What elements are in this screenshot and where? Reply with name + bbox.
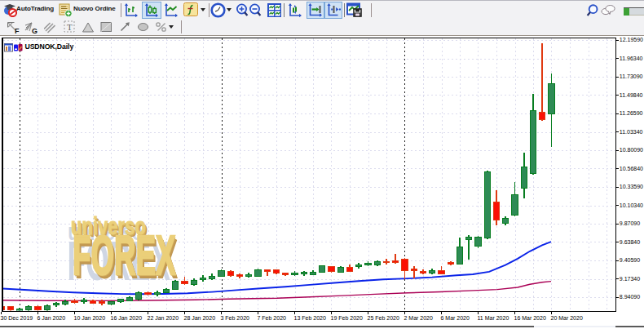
svg-text:T: T [67,22,73,32]
svg-text:10.10340: 10.10340 [620,202,643,208]
svg-text:G: G [32,27,37,35]
svg-text:13 Feb 2020: 13 Feb 2020 [294,315,326,321]
svg-text:20 Mar 2020: 20 Mar 2020 [551,315,583,321]
svg-text:3 Feb 2020: 3 Feb 2020 [221,315,250,321]
svg-text:6 Mar 2020: 6 Mar 2020 [441,315,470,321]
svg-text:19 Feb 2020: 19 Feb 2020 [331,315,363,321]
svg-text:7 Feb 2020: 7 Feb 2020 [258,315,287,321]
svg-text:30 Dec 2019: 30 Dec 2019 [1,315,33,321]
svg-text:11.96340: 11.96340 [620,56,643,61]
svg-text:28 Jan 2020: 28 Jan 2020 [184,315,216,321]
svg-text:10.80090: 10.80090 [620,147,643,153]
svg-text:12.19590: 12.19590 [620,37,643,42]
svg-text:11.03340: 11.03340 [620,129,643,135]
svg-text:9.40590: 9.40590 [620,257,640,263]
svg-text:F: F [15,27,20,35]
svg-text:11.73090: 11.73090 [620,73,643,79]
svg-text:6 Jan 2020: 6 Jan 2020 [37,315,66,321]
svg-text:22 Jan 2020: 22 Jan 2020 [148,315,179,321]
svg-text:9.87090: 9.87090 [620,220,640,226]
svg-text:16 Jan 2020: 16 Jan 2020 [111,315,143,321]
svg-text:9.17340: 9.17340 [620,276,640,282]
svg-text:10 Jan 2020: 10 Jan 2020 [74,315,106,321]
svg-text:9.63840: 9.63840 [620,239,640,245]
svg-text:2 Mar 2020: 2 Mar 2020 [404,315,434,321]
svg-text:10.33590: 10.33590 [620,184,643,189]
svg-text:11 Mar 2020: 11 Mar 2020 [478,315,509,321]
svg-text:25 Feb 2020: 25 Feb 2020 [368,315,399,321]
svg-text:11.26590: 11.26590 [620,110,643,116]
svg-text:10.56840: 10.56840 [620,166,643,171]
svg-text:8.94090: 8.94090 [620,294,640,300]
svg-text:16 Mar 2020: 16 Mar 2020 [514,315,546,321]
svg-text:11.49840: 11.49840 [620,92,643,98]
